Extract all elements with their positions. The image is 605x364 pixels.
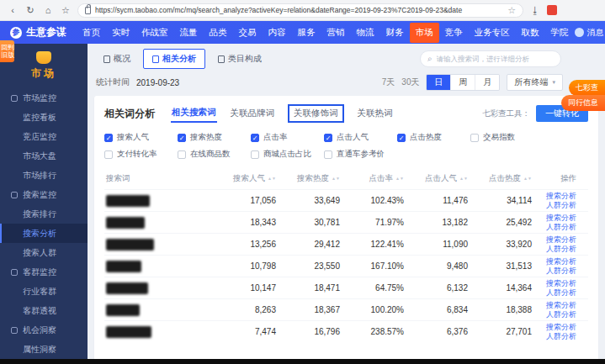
tab-hot-words[interactable]: 关联热词 [357, 105, 394, 122]
checkbox-checked-icon[interactable]: ✓ [324, 134, 332, 142]
sidebar-item-monitor-board[interactable]: 监控看板 [0, 108, 88, 127]
search-term-cell[interactable] [104, 282, 212, 294]
search-term-cell[interactable] [104, 195, 212, 207]
search-input[interactable] [437, 55, 554, 63]
tab-modifier-words[interactable]: 关联修饰词 [288, 104, 344, 123]
home-icon[interactable]: ⌂ [42, 4, 54, 16]
nav-item-logistics[interactable]: 物流 [351, 23, 380, 43]
nav-item-realtime[interactable]: 实时 [106, 23, 135, 43]
filter-click-heat[interactable]: ✓点击热度 [397, 132, 470, 143]
filter-pay-conversion[interactable]: 支付转化率 [104, 149, 178, 160]
back-icon[interactable]: ‹ [7, 4, 19, 16]
search-term-cell[interactable] [104, 304, 212, 316]
checkbox-icon[interactable] [104, 150, 113, 159]
audience-analysis-link[interactable]: 人群分析 [546, 245, 576, 254]
sidebar-item-audience-monitor[interactable]: 客群监控 [0, 262, 88, 282]
range-day-button[interactable]: 日 [427, 75, 450, 90]
search-term-cell[interactable] [104, 326, 212, 338]
checkbox-checked-icon[interactable]: ✓ [251, 134, 259, 142]
filter-search-popularity[interactable]: ✓搜索人气 [104, 132, 178, 143]
filter-ztc-ref-price[interactable]: 直通车参考价 [324, 149, 397, 160]
search-term-cell[interactable] [104, 217, 212, 229]
extension-icon[interactable] [547, 5, 557, 15]
keyword-search-box[interactable]: ⌕ [420, 50, 561, 67]
range-30d-button[interactable]: 30天 [401, 76, 419, 88]
search-analysis-link[interactable]: 搜索分析 [546, 235, 576, 245]
search-analysis-link[interactable]: 搜索分析 [546, 192, 576, 201]
nav-user[interactable]: 消息 [575, 27, 604, 39]
sidebar-item-market-overview[interactable]: 市场大盘 [0, 146, 88, 166]
audience-analysis-link[interactable]: 人群分析 [546, 332, 576, 341]
search-term-cell[interactable] [104, 261, 212, 272]
checkbox-icon[interactable] [251, 150, 259, 159]
nav-item-competition[interactable]: 竞争 [439, 23, 469, 43]
col-click-rate[interactable]: 点击率▲▼ [340, 173, 404, 184]
stat-date[interactable]: 2019-09-23 [136, 78, 179, 87]
sidebar-item-market-monitor[interactable]: 市场监控 [0, 88, 88, 108]
nav-item-data-fetch[interactable]: 取数 [516, 23, 545, 43]
url-bar[interactable]: https://sycm.taobao.com/mc/mq/search_ana… [77, 3, 523, 18]
tab-relation-analysis[interactable]: 相关分析 [143, 49, 205, 69]
filter-trade-index[interactable]: 交易指数 [470, 132, 544, 143]
nav-item-home[interactable]: 首页 [77, 23, 106, 43]
col-search-heat[interactable]: 搜索热度▲▼ [276, 173, 340, 184]
nav-item-traffic[interactable]: 流量 [174, 23, 204, 43]
search-term-cell[interactable] [104, 239, 212, 251]
nav-item-content[interactable]: 内容 [263, 23, 292, 43]
sidebar-item-attribute-insight[interactable]: 属性洞察 [0, 340, 88, 359]
checkbox-icon[interactable] [470, 134, 479, 142]
filter-search-heat[interactable]: ✓搜索热度 [178, 132, 251, 143]
peer-info-pill-button[interactable]: 同行信息 [561, 95, 605, 111]
download-icon[interactable]: ⭳ [529, 4, 541, 16]
sort-icon[interactable]: ▲▼ [523, 177, 532, 180]
range-month-button[interactable]: 月 [475, 75, 499, 90]
sort-icon[interactable]: ▲▼ [332, 177, 340, 180]
favorite-star-icon[interactable]: ☆ [507, 5, 516, 16]
sidebar-item-competitor-monitor[interactable]: 竞店监控 [0, 127, 88, 146]
sidebar-item-search-analysis[interactable]: 搜索分析 [0, 224, 88, 243]
nav-item-service[interactable]: 服务 [292, 23, 321, 43]
bookmark-star-icon[interactable]: ☆ [60, 4, 72, 16]
search-analysis-link[interactable]: 搜索分析 [546, 279, 576, 288]
nav-item-finance[interactable]: 财务 [380, 23, 410, 43]
nav-item-war-room[interactable]: 作战室 [135, 23, 174, 43]
sort-icon[interactable]: ▲▼ [459, 177, 468, 180]
nav-item-marketing[interactable]: 营销 [321, 23, 351, 43]
sidebar-item-market-ranking[interactable]: 市场排行 [0, 166, 88, 185]
qicaicha-pill-button[interactable]: 七彩查 [569, 80, 605, 96]
sidebar-item-search-ranking[interactable]: 搜索排行 [0, 204, 88, 224]
tab-related-search-words[interactable]: 相关搜索词 [171, 104, 217, 123]
checkbox-checked-icon[interactable]: ✓ [178, 134, 186, 142]
sidebar-item-search-monitor[interactable]: 搜索监控 [0, 185, 88, 204]
tab-overview[interactable]: 概况 [94, 49, 140, 69]
terminal-select[interactable]: 所有终端 ▾ [507, 74, 563, 91]
col-click-popularity[interactable]: 点击人气▲▼ [404, 173, 468, 184]
checkbox-icon[interactable] [178, 150, 186, 159]
filter-mall-click-share[interactable]: 商城点击占比 [251, 149, 324, 160]
nav-item-business-zone[interactable]: 业务专区 [469, 23, 516, 43]
filter-online-products[interactable]: 在线商品数 [178, 149, 251, 160]
search-analysis-link[interactable]: 搜索分析 [546, 301, 576, 310]
audience-analysis-link[interactable]: 人群分析 [546, 266, 576, 276]
col-click-heat[interactable]: 点击热度▲▼ [468, 173, 532, 184]
checkbox-icon[interactable] [324, 150, 332, 159]
refresh-icon[interactable]: ↻ [24, 4, 36, 16]
tab-brand-words[interactable]: 关联品牌词 [230, 105, 276, 122]
nav-item-category[interactable]: 品类 [204, 23, 233, 43]
search-analysis-link[interactable]: 搜索分析 [546, 257, 576, 266]
nav-item-trade[interactable]: 交易 [233, 23, 263, 43]
old-version-ribbon[interactable]: 回到旧版 [0, 40, 14, 62]
sidebar-item-industry-audience[interactable]: 行业客群 [0, 282, 88, 301]
filter-click-popularity[interactable]: ✓点击人气 [324, 132, 397, 143]
search-analysis-link[interactable]: 搜索分析 [546, 214, 576, 223]
filter-click-rate[interactable]: ✓点击率 [251, 132, 324, 143]
checkbox-checked-icon[interactable]: ✓ [397, 134, 406, 142]
nav-item-market[interactable]: 市场 [410, 23, 439, 43]
audience-analysis-link[interactable]: 人群分析 [546, 223, 576, 232]
tab-category-composition[interactable]: 类目构成 [209, 49, 271, 69]
sidebar-item-opportunity-insight[interactable]: 机会洞察 [0, 320, 88, 340]
audience-analysis-link[interactable]: 人群分析 [546, 288, 576, 298]
search-analysis-link[interactable]: 搜索分析 [546, 323, 576, 332]
sidebar-item-search-audience[interactable]: 搜索人群 [0, 243, 88, 262]
col-search-popularity[interactable]: 搜索人气▲▼ [212, 173, 276, 184]
